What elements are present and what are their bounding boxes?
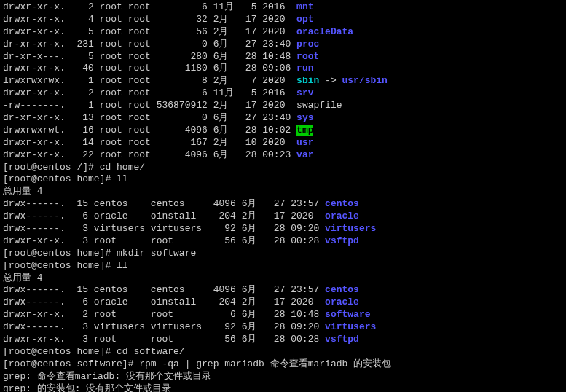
ls-row: dr-xr-xr-x. 231 root root 0 6月 27 23:40 …	[3, 39, 563, 51]
terminal-output[interactable]: drwxr-xr-x. 2 root root 6 11月 5 2016 mnt…	[0, 0, 566, 392]
grep-error: grep: 命令查看mariadb: 没有那个文件或目录	[3, 371, 563, 383]
ls-row: drwx------. 6 oracle oinstall 204 2月 17 …	[3, 211, 563, 223]
grep-error: grep: 的安装包: 没有那个文件或目录	[3, 383, 563, 392]
prompt: [root@centos home]# mkdir software	[3, 248, 563, 260]
ls-row: drwxr-xr-x. 4 root root 32 2月 17 2020 op…	[3, 14, 563, 26]
prompt: [root@centos home]# ll	[3, 260, 563, 273]
ls-row: dr-xr-xr-x. 13 root root 0 6月 27 23:40 s…	[3, 112, 563, 125]
ls-row: drwxr-xr-x. 3 root root 56 6月 28 00:28 v…	[3, 334, 563, 346]
ls-row: drwxr-xr-x. 40 root root 1180 6月 28 09:0…	[3, 63, 563, 75]
prompt: [root@centos home]# ll	[3, 173, 563, 186]
ls-row: -rw-------. 1 root root 536870912 2月 17 …	[3, 100, 563, 112]
ls-row: drwxr-xr-x. 22 root root 4096 6月 28 00:2…	[3, 149, 563, 162]
ls-row: drwxr-xr-x. 3 root root 56 6月 28 00:28 v…	[3, 235, 563, 248]
ls-row: drwxr-xr-x. 5 root root 56 2月 17 2020 or…	[3, 26, 563, 39]
ls-row: drwx------. 3 virtusers virtusers 92 6月 …	[3, 321, 563, 334]
prompt: [root@centos software]# rpm -qa | grep m…	[3, 358, 563, 371]
ls-row: drwx------. 6 oracle oinstall 204 2月 17 …	[3, 297, 563, 309]
ls-row: dr-xr-x---. 5 root root 280 6月 28 10:48 …	[3, 51, 563, 63]
ls-row: drwxr-xr-x. 14 root root 167 2月 10 2020 …	[3, 137, 563, 149]
prompt: [root@centos /]# cd home/	[3, 162, 563, 174]
total: 总用量 4	[3, 273, 563, 285]
ls-row: drwx------. 15 centos centos 4096 6月 27 …	[3, 198, 563, 211]
ls-row: drwxrwxrwt. 16 root root 4096 6月 28 10:0…	[3, 125, 563, 137]
ls-row: lrwxrwxrwx. 1 root root 8 2月 7 2020 sbin…	[3, 75, 563, 87]
ls-row: drwxr-xr-x. 2 root root 6 11月 5 2016 mnt	[3, 1, 563, 14]
ls-row: drwx------. 3 virtusers virtusers 92 6月 …	[3, 223, 563, 235]
prompt: [root@centos home]# cd software/	[3, 346, 563, 358]
ls-row: drwxr-xr-x. 2 root root 6 6月 28 10:48 so…	[3, 309, 563, 321]
ls-row: drwxr-xr-x. 2 root root 6 11月 5 2016 srv	[3, 87, 563, 100]
total: 总用量 4	[3, 186, 563, 198]
ls-row: drwx------. 15 centos centos 4096 6月 27 …	[3, 284, 563, 297]
